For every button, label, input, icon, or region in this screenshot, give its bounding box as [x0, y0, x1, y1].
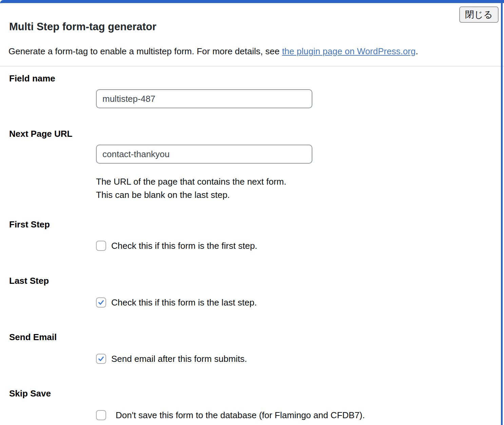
send-email-checkbox-label[interactable]: Send email after this form submits.	[111, 354, 247, 364]
next-page-url-label: Next Page URL	[9, 129, 504, 138]
field-name-label: Field name	[9, 74, 504, 83]
field-row-field-name: Field name	[0, 74, 504, 108]
field-row-send-email: Send Email Send email after this form su…	[0, 333, 504, 364]
description-text: Generate a form-tag to enable a multiste…	[8, 46, 282, 56]
field-row-next-page-url: Next Page URL The URL of the page that c…	[0, 129, 504, 202]
close-button[interactable]: 閉じる	[459, 6, 499, 23]
send-email-checkbox[interactable]	[96, 354, 106, 364]
field-row-skip-save: Skip Save Don't save this form to the da…	[0, 389, 504, 420]
help-line-1: The URL of the page that contains the ne…	[96, 175, 504, 188]
first-step-label: First Step	[9, 220, 504, 229]
next-page-url-help: The URL of the page that contains the ne…	[96, 175, 504, 202]
tag-generator-dialog: 閉じる Multi Step form-tag generator Genera…	[0, 0, 504, 425]
send-email-label: Send Email	[9, 333, 504, 341]
dialog-description: Generate a form-tag to enable a multiste…	[8, 46, 504, 56]
last-step-label: Last Step	[9, 276, 504, 285]
first-step-checkbox-label[interactable]: Check this if this form is the first ste…	[111, 241, 257, 251]
skip-save-label: Skip Save	[9, 389, 504, 398]
next-page-url-input[interactable]	[96, 145, 312, 164]
last-step-checkbox[interactable]	[96, 297, 106, 308]
checkmark-icon	[97, 355, 105, 363]
last-step-checkbox-label[interactable]: Check this if this form is the last step…	[111, 297, 257, 308]
help-line-2: This can be blank on the last step.	[96, 188, 504, 202]
description-period: .	[415, 46, 418, 56]
dialog-title: Multi Step form-tag generator	[9, 21, 504, 32]
checkmark-icon	[97, 299, 105, 306]
field-row-first-step: First Step Check this if this form is th…	[0, 220, 504, 251]
header-divider	[0, 66, 504, 67]
first-step-checkbox[interactable]	[96, 241, 106, 251]
skip-save-checkbox[interactable]	[96, 410, 106, 420]
plugin-page-link[interactable]: the plugin page on WordPress.org	[282, 46, 415, 56]
field-name-input[interactable]	[96, 89, 312, 108]
skip-save-checkbox-label[interactable]: Don't save this form to the database (fo…	[116, 410, 365, 420]
field-row-last-step: Last Step Check this if this form is the…	[0, 276, 504, 308]
dialog-right-accent	[501, 3, 503, 425]
